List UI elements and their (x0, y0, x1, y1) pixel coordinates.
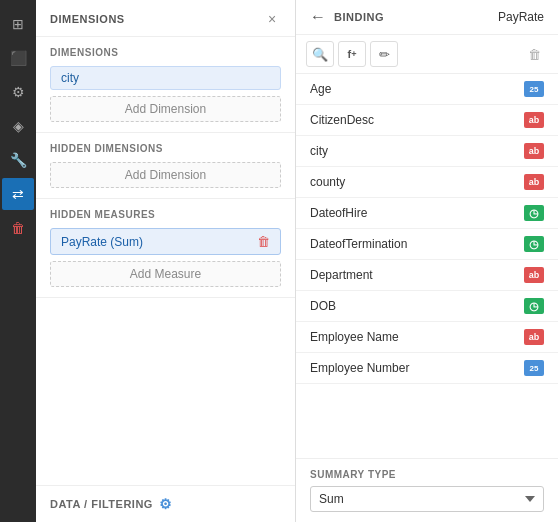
field-item[interactable]: CitizenDescab (296, 105, 558, 136)
gear-icon[interactable]: ⚙ (2, 76, 34, 108)
main-content: DIMENSIONS × DIMENSIONS city Add Dimensi… (36, 0, 558, 522)
type-badge: ◷ (524, 236, 544, 252)
city-dimension-pill[interactable]: city (50, 66, 281, 90)
type-badge: 25 (524, 81, 544, 97)
field-name: DateofTermination (310, 237, 407, 251)
panel-footer: DATA / FILTERING ⚙ (36, 485, 295, 522)
field-item[interactable]: cityab (296, 136, 558, 167)
hidden-measures-section: HIDDEN MEASURES PayRate (Sum) 🗑 Add Meas… (36, 199, 295, 298)
binding-value: PayRate (498, 10, 544, 24)
field-name: CitizenDesc (310, 113, 374, 127)
dimensions-section: DIMENSIONS city Add Dimension (36, 37, 295, 133)
field-item[interactable]: DateofHire◷ (296, 198, 558, 229)
type-badge: ab (524, 143, 544, 159)
trash-button[interactable]: 🗑 (520, 41, 548, 67)
add-hidden-dimension-button[interactable]: Add Dimension (50, 162, 281, 188)
type-badge: ◷ (524, 298, 544, 314)
type-badge: ◷ (524, 205, 544, 221)
wrench-icon[interactable]: 🔧 (2, 144, 34, 176)
hidden-dimensions-title: HIDDEN DIMENSIONS (50, 143, 281, 154)
hidden-dimensions-section: HIDDEN DIMENSIONS Add Dimension (36, 133, 295, 199)
paint-icon[interactable]: ◈ (2, 110, 34, 142)
hidden-measures-title: HIDDEN MEASURES (50, 209, 281, 220)
panel-header: DIMENSIONS × (36, 0, 295, 37)
type-badge: ab (524, 112, 544, 128)
city-label: city (61, 71, 79, 85)
type-badge: ab (524, 267, 544, 283)
field-name: Department (310, 268, 373, 282)
panel-title: DIMENSIONS (50, 13, 125, 25)
field-name: Employee Number (310, 361, 409, 375)
measure-trash-icon[interactable]: 🗑 (257, 234, 270, 249)
right-panel-header: ← BINDING PayRate (296, 0, 558, 35)
function-button[interactable]: f+ (338, 41, 366, 67)
left-panel: DIMENSIONS × DIMENSIONS city Add Dimensi… (36, 0, 296, 522)
field-item[interactable]: Departmentab (296, 260, 558, 291)
payrate-measure-pill[interactable]: PayRate (Sum) 🗑 (50, 228, 281, 255)
field-item[interactable]: DOB◷ (296, 291, 558, 322)
field-item[interactable]: DateofTermination◷ (296, 229, 558, 260)
arrow-icon[interactable]: ⇄ (2, 178, 34, 210)
toolbar: 🔍 f+ ✏ 🗑 (296, 35, 558, 74)
field-item[interactable]: Employee Number25 (296, 353, 558, 384)
search-button[interactable]: 🔍 (306, 41, 334, 67)
summary-type-select[interactable]: Sum Count Average Min Max (310, 486, 544, 512)
field-name: Employee Name (310, 330, 399, 344)
footer-label: DATA / FILTERING (50, 498, 153, 510)
type-badge: 25 (524, 360, 544, 376)
add-dimension-button[interactable]: Add Dimension (50, 96, 281, 122)
sidebar: ⊞ ⬛ ⚙ ◈ 🔧 ⇄ 🗑 (0, 0, 36, 522)
grid-icon[interactable]: ⬛ (2, 42, 34, 74)
field-name: DateofHire (310, 206, 367, 220)
back-button[interactable]: ← (310, 8, 326, 26)
type-badge: ab (524, 329, 544, 345)
right-panel: ← BINDING PayRate 🔍 f+ ✏ 🗑 Age25CitizenD… (296, 0, 558, 522)
field-item[interactable]: Age25 (296, 74, 558, 105)
field-list: Age25CitizenDescabcityabcountyabDateofHi… (296, 74, 558, 458)
binding-label: BINDING (334, 11, 490, 23)
close-button[interactable]: × (263, 10, 281, 28)
dimensions-title: DIMENSIONS (50, 47, 281, 58)
field-name: Age (310, 82, 331, 96)
field-item[interactable]: Employee Nameab (296, 322, 558, 353)
add-measure-button[interactable]: Add Measure (50, 261, 281, 287)
field-name: county (310, 175, 345, 189)
trash-icon[interactable]: 🗑 (2, 212, 34, 244)
field-name: DOB (310, 299, 336, 313)
summary-section: SUMMARY TYPE Sum Count Average Min Max (296, 458, 558, 522)
field-item[interactable]: countyab (296, 167, 558, 198)
field-name: city (310, 144, 328, 158)
layers-icon[interactable]: ⊞ (2, 8, 34, 40)
summary-title: SUMMARY TYPE (310, 469, 544, 480)
edit-button[interactable]: ✏ (370, 41, 398, 67)
footer-gear-icon[interactable]: ⚙ (159, 496, 173, 512)
measure-label: PayRate (Sum) (61, 235, 143, 249)
type-badge: ab (524, 174, 544, 190)
